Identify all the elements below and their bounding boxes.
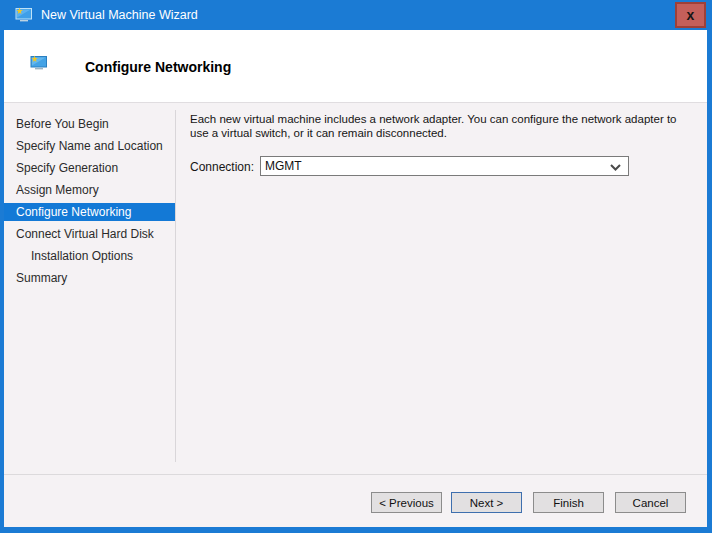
window-border-bottom [0,527,712,533]
vm-monitor-icon [30,55,48,71]
titlebar: New Virtual Machine Wizard x [0,0,712,30]
connection-select[interactable]: MGMT [260,156,629,176]
chevron-down-icon [610,164,621,171]
sidebar-item-specify-generation[interactable]: Specify Generation [4,159,175,177]
close-icon: x [687,8,695,22]
vm-monitor-icon [15,7,33,23]
sidebar-item-specify-name-and-location[interactable]: Specify Name and Location [4,137,175,155]
previous-button[interactable]: < Previous [371,492,442,513]
sidebar-item-assign-memory[interactable]: Assign Memory [4,181,175,199]
sidebar-item-configure-networking[interactable]: Configure Networking [4,203,175,221]
sidebar-item-connect-virtual-hard-disk[interactable]: Connect Virtual Hard Disk [4,225,175,243]
close-button[interactable]: x [675,2,706,28]
finish-button[interactable]: Finish [533,492,604,513]
page-description: Each new virtual machine includes a netw… [190,112,698,140]
connection-selected-value: MGMT [265,159,302,173]
window-border-right [707,30,712,533]
window-title: New Virtual Machine Wizard [41,8,198,22]
page-title: Configure Networking [85,59,231,75]
sidebar-item-before-you-begin[interactable]: Before You Begin [4,115,175,133]
wizard-header: Configure Networking [4,30,707,103]
cancel-button[interactable]: Cancel [615,492,686,513]
next-button[interactable]: Next > [451,492,522,513]
wizard-steps: Before You Begin Specify Name and Locati… [4,115,175,291]
sidebar-divider [175,110,176,462]
footer-divider [4,474,707,475]
sidebar-item-summary[interactable]: Summary [4,269,175,287]
sidebar-item-installation-options[interactable]: Installation Options [4,247,175,265]
new-vm-wizard-window: New Virtual Machine Wizard x Configure N… [0,0,712,533]
connection-label: Connection: [190,160,254,174]
